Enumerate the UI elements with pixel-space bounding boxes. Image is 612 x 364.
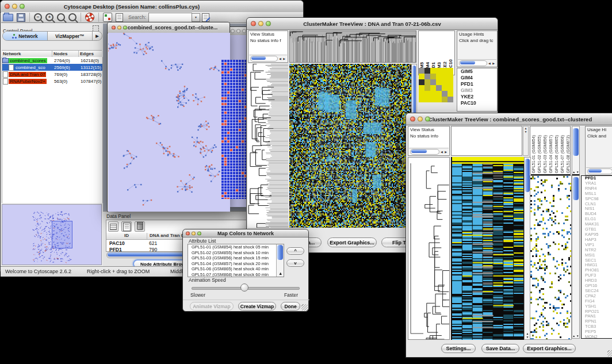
network-list-row[interactable]: DNA and Tran 07 769(0) 183728(0) <box>2 71 102 78</box>
tab-network[interactable]: Network <box>3 32 48 40</box>
slider-thumb[interactable] <box>240 283 248 292</box>
animate-vizmap-button[interactable]: Animate Vizmap <box>190 302 234 311</box>
close-button[interactable] <box>251 21 256 26</box>
tv2-collabels-vscrollbar[interactable]: ▲ ▼ <box>572 126 580 175</box>
zoom-button[interactable] <box>425 117 430 122</box>
attribute-mapper-button[interactable] <box>103 12 112 22</box>
scroll-arrows-icon[interactable]: ◀ ▶ <box>279 57 287 60</box>
tv2-summary-vscrollbar[interactable]: ▲ ▼ <box>572 175 580 339</box>
table-view-button[interactable] <box>108 221 118 232</box>
scroll-arrows-icon[interactable]: ▲ ▼ <box>572 334 579 338</box>
zoom-fit-button[interactable] <box>68 12 76 22</box>
close-button[interactable] <box>186 231 190 235</box>
dialog-titlebar[interactable]: Map Colors to Network <box>183 229 308 237</box>
network-view-canvas[interactable] <box>108 33 230 212</box>
tv2-heatmap-canvas[interactable] <box>451 157 524 340</box>
tv1-summary-matrix-canvas[interactable] <box>419 68 454 102</box>
scroll-arrows-icon[interactable]: ◀ ▶ <box>441 150 449 154</box>
network-list-row[interactable]: RNAPuberNov2+ 563(0) 107847(0) <box>2 78 102 85</box>
edit-annotation-button[interactable] <box>202 12 209 22</box>
zoom-button[interactable] <box>20 4 25 9</box>
zoom-selected-button[interactable] <box>57 12 65 22</box>
zoom-out-button[interactable]: − <box>34 12 42 22</box>
window-controls[interactable] <box>410 117 430 122</box>
scroll-arrows-icon[interactable]: ▲ ▼ <box>277 271 284 277</box>
network-list-row[interactable]: combined_sco 2569(6) 13112(15) <box>2 64 102 71</box>
window-controls[interactable] <box>251 21 271 26</box>
scroll-track[interactable] <box>410 149 439 155</box>
tv1-export-graphics-button[interactable]: Export Graphics... <box>327 237 377 247</box>
create-vizmap-button[interactable]: Create Vizmap <box>238 302 276 311</box>
vscroll-thumb[interactable] <box>525 159 530 192</box>
window-controls[interactable] <box>112 26 127 30</box>
scroll-track[interactable] <box>459 60 487 66</box>
tv1-heatmap-canvas[interactable] <box>289 64 411 228</box>
overview-viewport-rect[interactable] <box>52 221 72 248</box>
window-controls[interactable] <box>5 4 25 9</box>
zoom-button[interactable] <box>266 21 271 26</box>
tv2-save-data-button[interactable]: Save Data... <box>481 344 519 353</box>
gene-label[interactable]: GIM5 <box>459 68 497 75</box>
network-grid-cluster[interactable] <box>221 60 248 199</box>
close-button[interactable] <box>231 29 235 33</box>
scroll-arrows-icon[interactable]: ▲ ▼ <box>572 170 579 174</box>
vscroll-thumb[interactable] <box>277 245 283 260</box>
main-titlebar[interactable]: Cytoscape Desktop (Session Name: collins… <box>1 1 303 13</box>
column-label[interactable]: GPL51-02 (GSM855) <box>537 135 542 173</box>
tv2-settings-button[interactable]: Settings... <box>441 344 476 353</box>
view-status-hscrollbar[interactable]: ◀ ▶ <box>409 148 449 155</box>
usage-hints-hscrollbar[interactable] <box>586 167 612 174</box>
close-button[interactable] <box>5 4 10 9</box>
view-status-hscrollbar[interactable]: ◀ ▶ <box>249 55 287 62</box>
scroll-thumb[interactable] <box>251 56 266 60</box>
attribute-item[interactable]: GPL51-02 (GSM855) heat shock 10 min <box>190 250 284 256</box>
gene-label[interactable]: PAC10 <box>459 100 497 106</box>
attribute-list-vscrollbar[interactable]: ▲ ▼ <box>276 244 284 277</box>
attribute-item[interactable]: GPL51-07 (GSM868) heat shock 60 min <box>190 272 284 278</box>
column-label[interactable]: GPL51-03 (GSM856) <box>542 135 548 173</box>
scroll-track[interactable] <box>250 56 278 62</box>
resize-grip[interactable] <box>301 304 308 311</box>
network-overview-panel[interactable] <box>2 204 102 265</box>
gene-label[interactable]: GIM4 <box>459 75 497 81</box>
tv1-column-dendrogram-canvas[interactable] <box>289 30 416 63</box>
tv2-mini-vscrollbar[interactable]: ▲▼ <box>523 126 529 156</box>
gene-label[interactable]: GIM3 <box>459 87 497 94</box>
column-label[interactable]: GPL51-01 (GSM854) <box>531 135 537 173</box>
search-dropdown-button[interactable]: ▼ <box>192 13 200 22</box>
scroll-thumb[interactable] <box>588 169 602 173</box>
attribute-item[interactable]: GPL51-06 (GSM865) heat shock 40 min <box>190 266 284 272</box>
more-tabs-button[interactable]: ▶ <box>93 32 102 40</box>
column-label[interactable]: GPL51-08 (GSM872) <box>565 135 571 173</box>
move-down-button[interactable]: v <box>286 259 304 267</box>
zoom-in-button[interactable]: + <box>45 12 53 22</box>
tv1-titlebar[interactable]: ClusterMaker TreeView : DNA and Tran 07-… <box>247 18 498 30</box>
minimize-button[interactable] <box>117 26 121 30</box>
vscroll-thumb[interactable] <box>573 177 579 200</box>
save-session-button[interactable] <box>17 12 25 22</box>
column-label[interactable]: GPL51-06 (GSM865) <box>554 135 560 173</box>
close-button[interactable] <box>410 117 415 122</box>
minimize-button[interactable] <box>192 231 196 235</box>
done-button[interactable]: Done <box>281 302 300 311</box>
attribute-item[interactable]: GPL51-01 (GSM854) heat shock 05 min <box>190 244 284 250</box>
scroll-thumb[interactable] <box>411 150 427 153</box>
zoom-button[interactable] <box>242 29 246 33</box>
attribute-item[interactable]: GPL51-03 (GSM856) heat shock 15 min <box>190 255 284 261</box>
scroll-thumb[interactable] <box>460 61 475 64</box>
zoom-button[interactable] <box>123 26 127 30</box>
tab-vizmapper[interactable]: VizMapper™ <box>48 32 93 40</box>
delete-attribute-button[interactable] <box>135 221 145 232</box>
resize-grip[interactable] <box>607 350 612 357</box>
open-file-button[interactable] <box>3 12 13 22</box>
column-label[interactable]: GPL51-07 (GSM868) <box>560 135 565 173</box>
new-attribute-button[interactable] <box>121 221 132 232</box>
move-up-button[interactable]: ^ <box>286 247 304 255</box>
minimize-button[interactable] <box>258 21 263 26</box>
window-controls[interactable] <box>231 29 246 33</box>
attribute-item[interactable]: GPL51-04 (GSM857) heat shock 20 min <box>190 261 284 267</box>
scroll-arrows-icon[interactable]: ◀ ▶ <box>488 62 496 65</box>
usage-hints-hscrollbar[interactable]: ◀ ▶ <box>458 59 496 66</box>
vscroll-thumb[interactable] <box>573 128 579 156</box>
tv2-column-dendrogram-area[interactable] <box>451 126 522 156</box>
